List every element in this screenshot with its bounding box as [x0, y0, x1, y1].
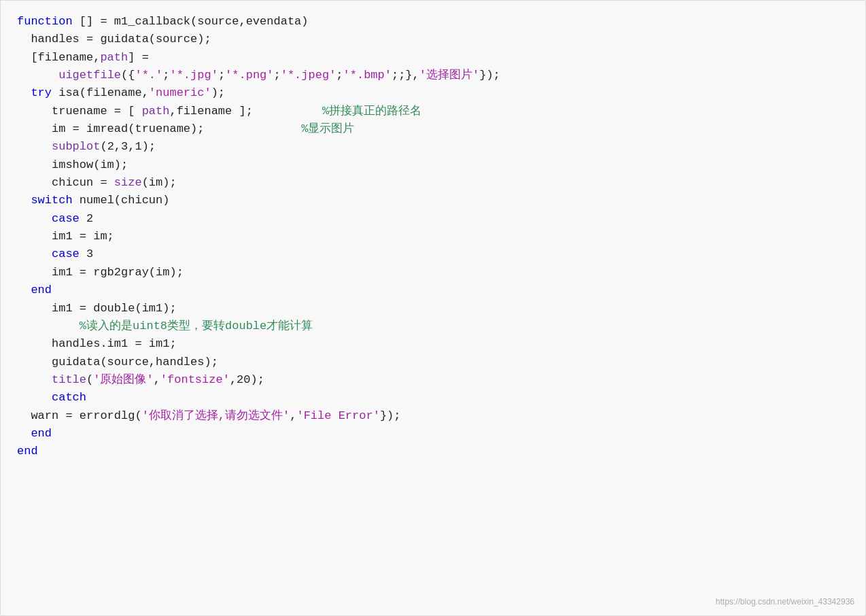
- code-line: subplot(2,3,1);: [17, 138, 849, 156]
- token-plain: ({: [121, 69, 135, 82]
- token-str: '你取消了选择,请勿选文件': [142, 409, 290, 422]
- code-line: chicun = size(im);: [17, 174, 849, 192]
- token-plain: im1 = double(im1);: [17, 302, 177, 315]
- token-comment: %显示图片: [301, 122, 354, 135]
- code-line: end: [17, 281, 849, 299]
- token-plain: [17, 86, 31, 99]
- token-kw: switch: [31, 194, 72, 207]
- token-plain: [17, 284, 31, 296]
- code-line: switch numel(chicun): [17, 192, 849, 209]
- token-plain: warn = errordlg(: [17, 409, 142, 422]
- token-kw: end: [31, 427, 52, 440]
- watermark: https://blog.csdn.net/weixin_43342936: [716, 596, 854, 609]
- token-plain: ;;},: [392, 69, 419, 82]
- token-plain: guidata(source,handles);: [17, 356, 218, 369]
- code-line: im1 = rgb2gray(im);: [17, 264, 849, 281]
- token-fn: uigetfile: [58, 69, 121, 82]
- token-plain: handles = guidata(source);: [17, 33, 211, 46]
- code-line: %读入的是uint8类型，要转double才能计算: [17, 318, 849, 335]
- code-block: function [] = m1_callback(source,evendat…: [0, 0, 866, 616]
- code-line: catch: [17, 389, 849, 407]
- code-line: truename = [ path,filename ]; %拼接真正的路径名: [17, 103, 849, 120]
- token-kw: end: [17, 445, 38, 458]
- token-comment: %读入的是uint8类型，要转double才能计算: [80, 320, 313, 332]
- token-plain: [17, 391, 52, 404]
- token-plain: ] =: [128, 51, 149, 64]
- code-line: case 3: [17, 245, 849, 263]
- token-plain: 3: [80, 247, 93, 260]
- token-plain: truename = [: [17, 105, 142, 118]
- token-plain: [17, 194, 31, 207]
- code-line: title('原始图像','fontsize',20);: [17, 371, 849, 389]
- token-plain: [17, 427, 31, 440]
- token-plain: im1 = im;: [17, 230, 114, 243]
- token-str: '*.jpg': [169, 69, 218, 82]
- token-plain: (: [86, 373, 93, 386]
- code-line: uigetfile({'*.';'*.jpg';'*.png';'*.jpeg'…: [17, 67, 849, 84]
- token-kw: case: [52, 247, 80, 260]
- token-fn: title: [52, 373, 86, 386]
- token-fn: size: [114, 176, 142, 189]
- token-kw: end: [31, 284, 52, 296]
- token-str: '*.': [135, 69, 162, 82]
- code-line: im = imread(truename); %显示图片: [17, 120, 849, 138]
- token-str: '*.bmp': [343, 69, 392, 82]
- token-plain: ,20);: [230, 373, 264, 386]
- token-plain: );: [211, 86, 225, 99]
- token-plain: [17, 320, 80, 332]
- code-line: guidata(source,handles);: [17, 354, 849, 371]
- token-plain: imshow(im);: [17, 158, 128, 171]
- code-line: function [] = m1_callback(source,evendat…: [17, 13, 849, 31]
- token-plain: im1 = rgb2gray(im);: [17, 266, 184, 279]
- code-line: handles = guidata(source);: [17, 31, 849, 48]
- token-str: '选择图片': [419, 69, 479, 82]
- token-str: '*.jpeg': [281, 69, 336, 82]
- token-plain: handles.im1 = im1;: [17, 337, 177, 350]
- token-str: 'numeric': [149, 86, 211, 99]
- token-plain: [filename,: [17, 51, 100, 64]
- token-kw: try: [31, 86, 52, 99]
- token-plain: im = imread(truename);: [17, 122, 301, 135]
- token-plain: isa(filename,: [52, 86, 149, 99]
- token-plain: ,: [154, 373, 160, 386]
- token-fn: path: [100, 51, 128, 64]
- token-plain: });: [479, 69, 500, 82]
- token-plain: [] = m1_callback(source,evendata): [73, 15, 309, 28]
- token-comment: %拼接真正的路径名: [322, 105, 421, 118]
- code-line: end: [17, 443, 849, 460]
- token-plain: [17, 69, 58, 82]
- token-plain: ;: [274, 69, 281, 82]
- token-plain: [17, 212, 52, 225]
- token-plain: numel(chicun): [73, 194, 170, 207]
- code-line: im1 = im;: [17, 228, 849, 245]
- token-str: 'fontsize': [160, 373, 230, 386]
- token-str: '*.png': [225, 69, 273, 82]
- code-line: case 2: [17, 210, 849, 228]
- token-plain: [17, 247, 52, 260]
- token-str: 'File Error': [296, 409, 379, 422]
- code-lines: function [] = m1_callback(source,evendat…: [17, 13, 849, 461]
- code-line: imshow(im);: [17, 156, 849, 174]
- token-fn: subplot: [52, 140, 100, 153]
- token-plain: (im);: [142, 176, 177, 189]
- token-str: '原始图像': [93, 373, 153, 386]
- token-plain: ;: [218, 69, 225, 82]
- token-kw: catch: [52, 391, 86, 404]
- token-plain: 2: [80, 212, 93, 225]
- token-plain: [17, 373, 52, 386]
- code-line: end: [17, 425, 849, 443]
- code-line: [filename,path] =: [17, 49, 849, 67]
- token-fn: path: [142, 105, 170, 118]
- token-plain: ;: [162, 69, 169, 82]
- token-plain: [17, 140, 52, 153]
- token-plain: chicun =: [17, 176, 114, 189]
- token-plain: ,filename ];: [169, 105, 322, 118]
- token-plain: ;: [336, 69, 343, 82]
- code-line: handles.im1 = im1;: [17, 335, 849, 353]
- code-line: try isa(filename,'numeric');: [17, 84, 849, 102]
- token-plain: });: [380, 409, 401, 422]
- code-line: warn = errordlg('你取消了选择,请勿选文件','File Err…: [17, 407, 849, 425]
- token-plain: (2,3,1);: [100, 140, 156, 153]
- code-line: im1 = double(im1);: [17, 300, 849, 318]
- token-plain: ,: [290, 409, 296, 422]
